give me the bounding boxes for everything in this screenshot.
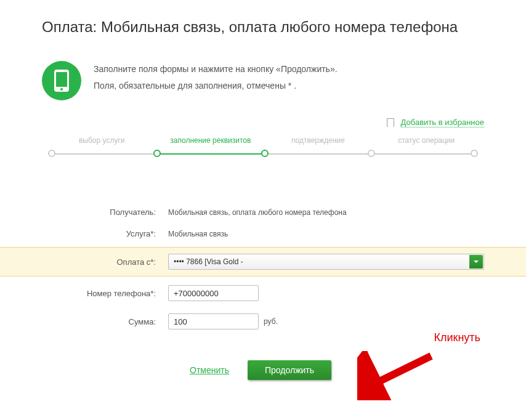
step-label-4: статус операции bbox=[398, 136, 455, 145]
progress-stepper: выбор услуги заполнение реквизитов подтв… bbox=[48, 139, 478, 164]
phone-icon bbox=[42, 61, 81, 100]
step-label-2: заполнение реквизитов bbox=[170, 136, 251, 145]
phone-input[interactable] bbox=[168, 285, 259, 301]
chevron-down-icon bbox=[469, 255, 483, 269]
step-label-3: подтверждение bbox=[291, 136, 345, 145]
currency-label: руб. bbox=[264, 317, 278, 326]
payfrom-label: Оплата с*: bbox=[42, 257, 168, 267]
info-block: Заполните поля формы и нажмите на кнопку… bbox=[42, 61, 484, 100]
payment-source-select[interactable]: •••• 7866 [Visa Gold - bbox=[168, 254, 484, 270]
amount-input[interactable] bbox=[168, 313, 259, 329]
recipient-value: Мобильная связь, оплата любого номера те… bbox=[168, 208, 347, 217]
step-node-4 bbox=[368, 150, 375, 157]
step-label-1: выбор услуги bbox=[79, 136, 125, 145]
step-node-1 bbox=[48, 150, 55, 157]
recipient-label: Получатель: bbox=[42, 208, 168, 217]
step-node-5 bbox=[471, 150, 478, 157]
step-node-2 bbox=[153, 150, 161, 157]
submit-button[interactable]: Продолжить bbox=[248, 360, 331, 380]
amount-label: Сумма: bbox=[42, 317, 168, 326]
svg-rect-1 bbox=[56, 72, 67, 87]
cancel-link[interactable]: Отменить bbox=[190, 365, 229, 375]
step-node-3 bbox=[261, 150, 269, 157]
info-line-1: Заполните поля формы и нажмите на кнопку… bbox=[94, 61, 338, 78]
bookmark-icon bbox=[387, 118, 394, 127]
page-title: Оплата: Мобильная связь, оплата любого н… bbox=[42, 17, 484, 36]
service-label: Услуга*: bbox=[42, 229, 168, 238]
add-favorite-link[interactable]: Добавить в избранное bbox=[401, 118, 484, 127]
payment-source-value: •••• 7866 [Visa Gold - bbox=[174, 257, 243, 266]
svg-point-2 bbox=[60, 88, 63, 91]
service-value: Мобильная связь bbox=[168, 230, 228, 238]
info-line-2: Поля, обязательные для заполнения, отмеч… bbox=[94, 78, 338, 94]
annotation-label: Кликнуть bbox=[434, 331, 480, 344]
phone-label: Номер телефона*: bbox=[42, 289, 168, 298]
